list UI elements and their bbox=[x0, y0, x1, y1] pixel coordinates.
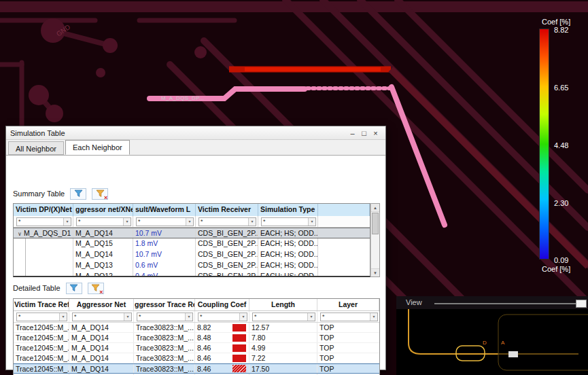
victim-net-cell: M_A_DQS_D1 bbox=[24, 229, 71, 237]
legend-tick: 0.09 bbox=[554, 256, 568, 264]
clear-x-icon: × bbox=[104, 195, 107, 200]
table-row[interactable]: ∨M_A_DQS_D1 M_A_DQ14 10.7 mV CDS_BI_GEN_… bbox=[14, 228, 370, 238]
expand-icon[interactable]: ∨ bbox=[16, 229, 24, 238]
filter-dropdown[interactable]: *▾ bbox=[72, 312, 132, 321]
filter-button[interactable] bbox=[66, 283, 82, 294]
tab-each-neighbor[interactable]: Each Neighbor bbox=[65, 140, 130, 155]
column-header-filler bbox=[318, 204, 370, 216]
chevron-down-icon: ▾ bbox=[123, 218, 131, 226]
filter-button[interactable] bbox=[70, 188, 86, 200]
detailed-header-row: Victim Trace Ref Aggressor Net ggressor … bbox=[14, 299, 379, 311]
aggressor-net-cell: M_A_DQ14 bbox=[73, 249, 133, 260]
dialog-content: Summary Table × Victim DP/(X)Net ggresso… bbox=[6, 156, 385, 370]
chevron-down-icon: ▾ bbox=[124, 313, 131, 321]
summary-table: Victim DP/(X)Net ggressor net/XNet sult/… bbox=[13, 203, 370, 277]
chevron-down-icon: ▾ bbox=[248, 218, 256, 226]
table-row[interactable]: M_A_DQ15 1.8 mV CDS_BI_GEN_2P... EACH; H… bbox=[14, 238, 370, 249]
receiver-cell: CDS_BI_GEN_2P... bbox=[196, 271, 258, 277]
column-header[interactable]: ggressor net/XNet bbox=[73, 204, 133, 216]
coef-color-bar bbox=[232, 365, 246, 372]
result-link[interactable]: 10.7 mV bbox=[133, 249, 196, 260]
filter-dropdown[interactable]: *▾ bbox=[136, 217, 194, 226]
simulation-table-window: Simulation Table – □ × All Neighbor Each… bbox=[5, 126, 386, 370]
result-link[interactable]: 0.4 mV bbox=[133, 271, 196, 277]
filter-dropdown[interactable]: *▾ bbox=[137, 312, 193, 321]
scroll-down-icon[interactable]: ▼ bbox=[371, 268, 379, 276]
filter-dropdown[interactable]: *▾ bbox=[198, 312, 247, 321]
funnel-icon bbox=[96, 190, 105, 198]
clear-x-icon: × bbox=[99, 289, 103, 295]
slider-thumb[interactable] bbox=[576, 300, 587, 308]
maximize-button[interactable]: □ bbox=[358, 129, 370, 137]
receiver-cell: CDS_BI_GEN_2P... bbox=[196, 228, 258, 238]
view-label: View bbox=[406, 298, 422, 306]
aggressor-net-cell: M_A_DQ14 bbox=[73, 228, 133, 238]
receiver-cell: CDS_BI_GEN_2P... bbox=[196, 260, 258, 271]
funnel-icon bbox=[74, 190, 83, 198]
column-header[interactable]: Aggressor Net bbox=[69, 299, 134, 310]
table-row[interactable]: Trace12045::M_... M_A_DQ14 Trace30823::M… bbox=[14, 333, 379, 343]
scroll-up-icon[interactable]: ▲ bbox=[371, 204, 379, 212]
result-link[interactable]: 10.7 mV bbox=[133, 228, 196, 238]
close-button[interactable]: × bbox=[370, 129, 381, 137]
column-header[interactable]: ggressor Trace Ref bbox=[134, 299, 195, 310]
funnel-icon bbox=[91, 284, 100, 292]
coef-color-bar bbox=[232, 334, 246, 342]
filter-dropdown[interactable]: *▾ bbox=[76, 217, 131, 226]
coef-color-scale: Coef [%] 8.82 6.65 4.48 2.30 0.09 Coef [… bbox=[538, 18, 588, 279]
view-zoom-canvas[interactable]: D A bbox=[396, 309, 588, 375]
view-panel-header: View bbox=[396, 296, 588, 309]
sim-type-cell: EACH; HS; ODD... bbox=[258, 228, 318, 238]
view-slider[interactable] bbox=[434, 303, 585, 304]
chevron-down-icon: ▾ bbox=[308, 218, 315, 226]
legend-title-top: Coef [%] bbox=[542, 18, 570, 26]
table-row[interactable]: M_A_DQ13 0.6 mV CDS_BI_GEN_2P... EACH; H… bbox=[14, 260, 370, 271]
component-outline-dim bbox=[498, 315, 588, 370]
table-row-selected[interactable]: Trace12045::M_... M_A_DQ14 Trace30823::M… bbox=[14, 363, 379, 374]
clear-filter-button[interactable]: × bbox=[92, 188, 108, 200]
minimize-button[interactable]: – bbox=[347, 129, 358, 137]
tab-bar: All Neighbor Each Neighbor bbox=[6, 140, 385, 156]
column-header[interactable]: Coupling Coef bbox=[195, 299, 249, 310]
filter-dropdown[interactable]: *▾ bbox=[252, 312, 315, 321]
scrollbar-thumb[interactable] bbox=[372, 213, 379, 234]
chevron-down-icon: ▾ bbox=[307, 313, 315, 321]
net-name-label: M_A_DQS_DP... bbox=[161, 95, 204, 101]
filter-dropdown[interactable]: *▾ bbox=[320, 312, 378, 321]
legend-tick: 8.82 bbox=[554, 26, 568, 34]
table-row[interactable]: M_A_DQ14 10.7 mV CDS_BI_GEN_2P... EACH; … bbox=[14, 249, 370, 260]
table-row[interactable]: Trace12045::M_... M_A_DQ14 Trace30823::M… bbox=[14, 323, 379, 333]
coef-color-bar bbox=[232, 355, 246, 362]
legend-tick: 2.30 bbox=[554, 199, 568, 207]
tree-line bbox=[16, 249, 26, 260]
tree-line bbox=[16, 238, 26, 249]
table-row[interactable]: Trace12045::M_... M_A_DQ14 Trace30823::M… bbox=[14, 353, 379, 363]
pin-label-a: A bbox=[501, 340, 505, 346]
filter-dropdown[interactable]: *▾ bbox=[198, 217, 256, 226]
legend-tick: 4.48 bbox=[554, 141, 568, 149]
filter-dropdown[interactable]: *▾ bbox=[16, 312, 67, 321]
result-link[interactable]: 1.8 mV bbox=[133, 238, 196, 249]
detailed-table: Victim Trace Ref Aggressor Net ggressor … bbox=[13, 298, 380, 375]
column-header[interactable]: Victim DP/(X)Net bbox=[14, 204, 73, 216]
table-row[interactable]: Trace12045::M_... M_A_DQ14 Trace30823::M… bbox=[14, 343, 379, 353]
column-header[interactable]: Layer bbox=[317, 299, 379, 310]
summary-vertical-scrollbar[interactable]: ▲ ▼ bbox=[370, 203, 380, 277]
window-titlebar[interactable]: Simulation Table – □ × bbox=[6, 126, 385, 140]
sim-type-cell: EACH; HS; ODD... bbox=[258, 271, 318, 277]
filter-dropdown[interactable]: *▾ bbox=[261, 217, 316, 226]
tab-all-neighbor[interactable]: All Neighbor bbox=[8, 141, 64, 155]
column-header[interactable]: Victim Trace Ref bbox=[14, 299, 69, 310]
column-header[interactable]: Simulation Type bbox=[258, 204, 318, 216]
chevron-down-icon: ▾ bbox=[63, 218, 71, 226]
column-header[interactable]: Victim Receiver bbox=[196, 204, 258, 216]
result-link[interactable]: 0.6 mV bbox=[133, 260, 196, 271]
column-header[interactable]: Length bbox=[249, 299, 317, 310]
summary-header-row: Victim DP/(X)Net ggressor net/XNet sult/… bbox=[14, 204, 370, 216]
table-row[interactable]: M_A_DQ12 0.4 mV CDS_BI_GEN_2P... EACH; H… bbox=[14, 271, 370, 277]
funnel-icon bbox=[69, 284, 78, 292]
column-header[interactable]: sult/Waveform L bbox=[133, 204, 196, 216]
chevron-down-icon: ▾ bbox=[370, 313, 377, 321]
clear-filter-button[interactable]: × bbox=[88, 283, 104, 294]
filter-dropdown[interactable]: *▾ bbox=[16, 217, 71, 226]
